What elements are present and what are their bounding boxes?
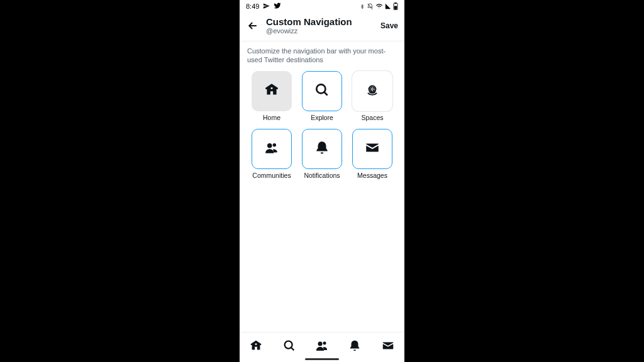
wifi-icon [375, 3, 383, 9]
envelope-icon [364, 140, 380, 158]
nav-search[interactable] [282, 338, 297, 353]
back-button[interactable] [246, 19, 260, 33]
tile-notifications[interactable] [302, 129, 342, 169]
bell-icon [314, 140, 330, 158]
tile-label: Messages [357, 172, 387, 179]
status-time: 8:49 [246, 3, 259, 10]
home-icon [264, 82, 280, 101]
phone-frame: 8:49 [240, 0, 404, 362]
battery-icon [393, 3, 398, 10]
page-handle: @evowizz [266, 27, 374, 35]
page-description: Customize the navigation bar with your m… [240, 41, 404, 71]
signal-icon [385, 3, 391, 9]
spaces-icon [364, 82, 380, 101]
tile-label: Spaces [361, 114, 383, 121]
nav-messages[interactable] [380, 338, 396, 353]
bottom-nav [240, 332, 404, 362]
tile-communities[interactable] [252, 129, 292, 169]
svg-rect-1 [395, 3, 396, 3]
nav-home[interactable] [248, 338, 264, 353]
svg-point-10 [273, 143, 276, 146]
nav-communities[interactable] [314, 338, 330, 353]
svg-point-9 [267, 143, 272, 148]
communities-icon [264, 140, 280, 158]
svg-rect-2 [394, 6, 397, 9]
svg-rect-7 [374, 88, 374, 89]
tile-label: Notifications [304, 172, 340, 179]
tile-label: Communities [252, 172, 291, 179]
home-indicator [305, 358, 339, 360]
svg-rect-6 [372, 87, 373, 91]
tile-label: Home [263, 114, 280, 121]
tile-home[interactable] [252, 71, 292, 111]
svg-point-12 [318, 341, 322, 346]
tile-messages[interactable] [352, 129, 392, 169]
svg-rect-5 [371, 87, 372, 90]
tile-label: Explore [311, 114, 333, 121]
page-title: Custom Navigation [266, 16, 374, 27]
tile-explore[interactable] [302, 71, 342, 111]
nav-notifications[interactable] [347, 338, 362, 353]
bluetooth-icon [360, 3, 365, 10]
telegram-icon [263, 3, 270, 11]
svg-point-13 [323, 341, 326, 344]
mute-icon [367, 3, 374, 10]
tile-grid: Home Explore Spaces [240, 71, 404, 179]
tile-spaces[interactable] [352, 71, 392, 111]
app-header: Custom Navigation @evowizz Save [240, 13, 404, 41]
save-button[interactable]: Save [380, 21, 398, 30]
twitter-icon [274, 2, 281, 11]
search-icon [314, 82, 330, 101]
status-bar: 8:49 [240, 0, 404, 13]
